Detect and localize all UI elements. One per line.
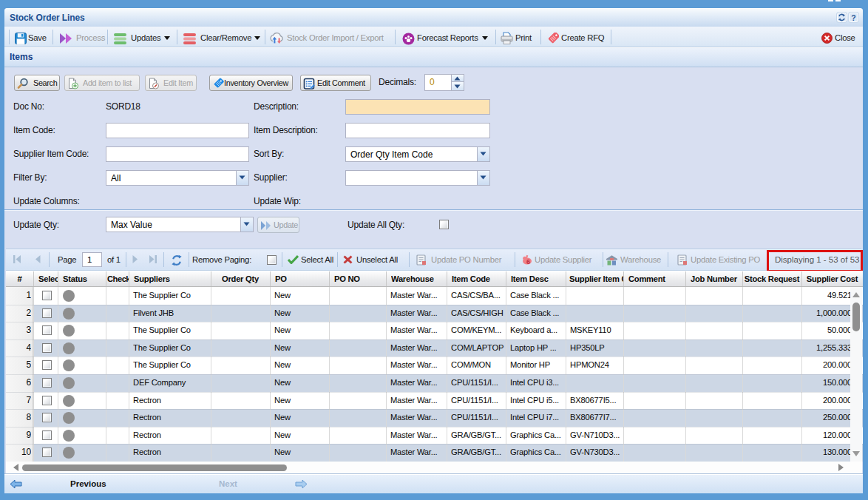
svg-text:6: 6: [526, 258, 530, 266]
